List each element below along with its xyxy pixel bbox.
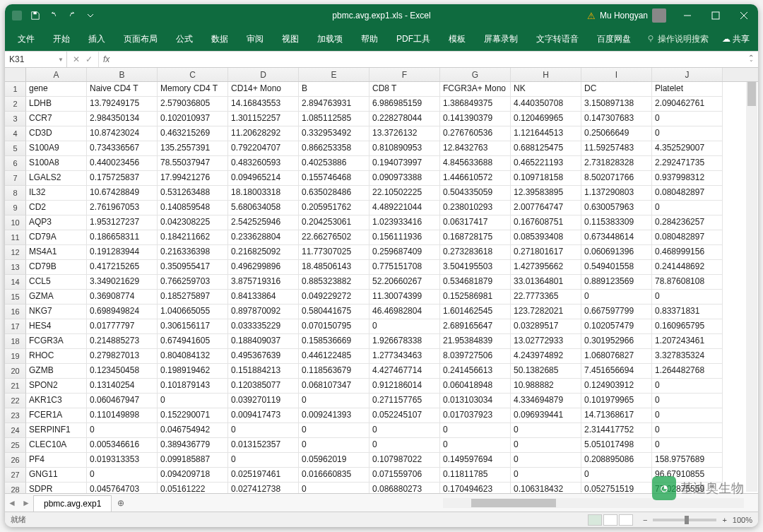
cell[interactable]: 0 bbox=[299, 394, 369, 408]
cell[interactable]: 0.05962019 bbox=[299, 453, 369, 468]
cell[interactable]: 0 bbox=[652, 112, 723, 126]
cell[interactable]: 1.601462545 bbox=[440, 305, 511, 319]
qat-customize-icon[interactable] bbox=[83, 8, 98, 23]
cell[interactable]: 13.02772933 bbox=[511, 334, 581, 349]
cell[interactable]: 0.184211662 bbox=[158, 230, 228, 245]
row-header[interactable]: 12 bbox=[5, 245, 26, 260]
cell[interactable]: 13.3726132 bbox=[369, 126, 440, 141]
cell[interactable]: CD2 bbox=[26, 201, 87, 215]
row-header[interactable]: 16 bbox=[5, 305, 26, 319]
tell-me[interactable]: 操作说明搜索 bbox=[646, 33, 709, 45]
cell[interactable]: CLEC10A bbox=[26, 438, 87, 453]
ribbon-tab[interactable]: 插入 bbox=[81, 29, 112, 49]
cell[interactable]: 0.271157765 bbox=[369, 394, 440, 408]
cell[interactable]: 123.7282021 bbox=[511, 305, 581, 319]
cell[interactable]: 0.120385077 bbox=[228, 379, 299, 394]
cell[interactable]: 0.306156117 bbox=[158, 319, 228, 334]
cell[interactable]: 0.060418948 bbox=[440, 379, 511, 394]
cell[interactable]: 33.01364801 bbox=[511, 275, 581, 290]
cell[interactable]: 0.110149898 bbox=[87, 408, 158, 423]
cell[interactable]: 18.48506143 bbox=[299, 260, 369, 275]
cell[interactable]: AQP3 bbox=[26, 215, 87, 230]
row-header[interactable]: 6 bbox=[5, 156, 26, 171]
cell[interactable]: FCGR3A bbox=[26, 334, 87, 349]
cell[interactable]: 12.39583895 bbox=[511, 186, 581, 201]
name-box[interactable]: K31▼ bbox=[5, 52, 67, 67]
cell[interactable]: 17.99421276 bbox=[158, 171, 228, 186]
cell[interactable]: 0 bbox=[652, 423, 723, 438]
cell[interactable]: 0.170494623 bbox=[440, 483, 511, 493]
cell[interactable]: 0.042308225 bbox=[158, 215, 228, 230]
cell[interactable]: 0.156111936 bbox=[369, 230, 440, 245]
column-header[interactable]: J bbox=[652, 68, 723, 81]
cell[interactable]: 14.16843553 bbox=[228, 97, 299, 112]
row-header[interactable]: 18 bbox=[5, 334, 26, 349]
cell[interactable]: 46.46982804 bbox=[369, 305, 440, 319]
vertical-scrollbar[interactable] bbox=[746, 82, 757, 492]
cell[interactable]: 0.080482897 bbox=[652, 186, 723, 201]
ribbon-tab[interactable]: 屏幕录制 bbox=[477, 29, 525, 49]
cell[interactable]: 11.20628292 bbox=[228, 126, 299, 141]
cell[interactable]: 0.271801617 bbox=[511, 245, 581, 260]
cell[interactable]: 5.051017498 bbox=[581, 438, 652, 453]
cell[interactable]: 4.243974892 bbox=[511, 349, 581, 364]
cell[interactable]: 0.152586981 bbox=[440, 290, 511, 305]
chevron-down-icon[interactable]: ▼ bbox=[58, 57, 64, 63]
cell[interactable]: CD8 T bbox=[369, 82, 440, 97]
cell[interactable]: 22.7773365 bbox=[511, 290, 581, 305]
row-header[interactable]: 10 bbox=[5, 215, 26, 230]
cell[interactable]: 0.734336567 bbox=[87, 141, 158, 156]
cell[interactable]: 0.124903912 bbox=[581, 379, 652, 394]
cell[interactable]: 0.468999156 bbox=[652, 245, 723, 260]
cell[interactable]: 3.875719316 bbox=[228, 275, 299, 290]
cell[interactable]: 0.060467947 bbox=[87, 394, 158, 408]
cell[interactable]: IL32 bbox=[26, 186, 87, 201]
column-header[interactable]: F bbox=[369, 68, 440, 81]
cell[interactable]: RHOC bbox=[26, 349, 87, 364]
cell[interactable]: 0.094965214 bbox=[228, 171, 299, 186]
save-icon[interactable] bbox=[28, 8, 43, 23]
row-header[interactable]: 17 bbox=[5, 319, 26, 334]
view-page-break-button[interactable] bbox=[619, 514, 633, 526]
cell[interactable]: 11.77307025 bbox=[299, 245, 369, 260]
cell[interactable]: 0.060691396 bbox=[581, 245, 652, 260]
cell[interactable]: 0.937998312 bbox=[652, 171, 723, 186]
cell[interactable]: 0.158536669 bbox=[299, 334, 369, 349]
cell[interactable]: 0.191283944 bbox=[87, 245, 158, 260]
cell[interactable]: 4.427467714 bbox=[369, 364, 440, 379]
cell[interactable]: 0.233628804 bbox=[228, 230, 299, 245]
cell[interactable]: 2.689165647 bbox=[440, 319, 511, 334]
ribbon-tab[interactable]: 开始 bbox=[46, 29, 77, 49]
cell[interactable]: 8.039727506 bbox=[440, 349, 511, 364]
cell[interactable]: 0.101879143 bbox=[158, 379, 228, 394]
cell[interactable]: 0.504335059 bbox=[440, 186, 511, 201]
cell[interactable]: 0 bbox=[652, 408, 723, 423]
cell[interactable]: 0.13140254 bbox=[87, 379, 158, 394]
ribbon-tab[interactable]: 百度网盘 bbox=[590, 29, 638, 49]
cell[interactable]: 0.090973388 bbox=[369, 171, 440, 186]
cell[interactable]: 3.349021629 bbox=[87, 275, 158, 290]
cell[interactable]: 0.120469965 bbox=[511, 112, 581, 126]
cell[interactable]: 1.446610572 bbox=[440, 171, 511, 186]
cell[interactable]: 0.350955417 bbox=[158, 260, 228, 275]
cell[interactable]: 4.845633688 bbox=[440, 156, 511, 171]
row-header[interactable]: 5 bbox=[5, 141, 26, 156]
cell[interactable]: 0 bbox=[652, 438, 723, 453]
cell[interactable]: SERPINF1 bbox=[26, 423, 87, 438]
cell[interactable]: NKG7 bbox=[26, 305, 87, 319]
row-header[interactable]: 23 bbox=[5, 408, 26, 423]
cell[interactable]: 0.06317417 bbox=[440, 215, 511, 230]
formula-input[interactable] bbox=[110, 52, 749, 67]
cell[interactable]: 0.039270119 bbox=[228, 394, 299, 408]
cell[interactable]: 0.301952966 bbox=[581, 334, 652, 349]
cell[interactable]: 0.238010293 bbox=[440, 201, 511, 215]
cell[interactable]: 0 bbox=[299, 438, 369, 453]
cell[interactable]: 0.810890953 bbox=[369, 141, 440, 156]
row-header[interactable]: 19 bbox=[5, 349, 26, 364]
cell[interactable]: 0.228278044 bbox=[369, 112, 440, 126]
cell[interactable]: 0 bbox=[511, 423, 581, 438]
cell[interactable]: CD79B bbox=[26, 260, 87, 275]
cell[interactable]: 0 bbox=[369, 423, 440, 438]
cell[interactable]: 18.18003318 bbox=[228, 186, 299, 201]
cell[interactable]: 4.334694879 bbox=[511, 394, 581, 408]
